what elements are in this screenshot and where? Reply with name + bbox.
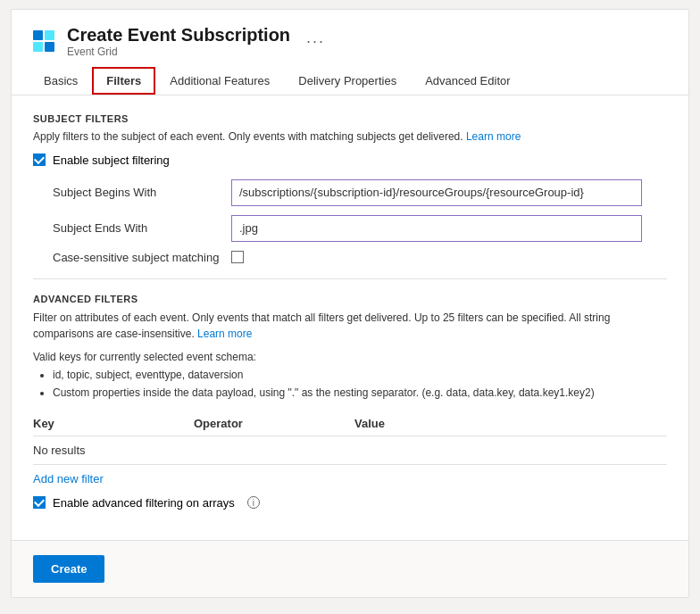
subject-filters-learn-more[interactable]: Learn more <box>466 130 521 143</box>
case-sensitive-row: Case-sensitive subject matching <box>33 251 667 264</box>
tab-advanced-editor[interactable]: Advanced Editor <box>411 67 524 95</box>
page-footer: Create <box>12 540 688 597</box>
header-menu-button[interactable]: ··· <box>306 32 325 51</box>
subject-filters-desc: Apply filters to the subject of each eve… <box>33 129 667 145</box>
page-title: Create Event Subscription <box>67 24 290 46</box>
tab-bar: Basics Filters Additional Features Deliv… <box>29 67 671 95</box>
page-header: Create Event Subscription Event Grid ···… <box>12 10 688 95</box>
subject-filters-section: SUBJECT FILTERS Apply filters to the sub… <box>33 113 667 264</box>
begins-with-label: Subject Begins With <box>53 186 231 199</box>
tab-additional-features[interactable]: Additional Features <box>155 67 284 95</box>
ends-with-row: Subject Ends With <box>33 215 667 242</box>
main-content: SUBJECT FILTERS Apply filters to the sub… <box>12 95 688 540</box>
begins-with-input[interactable] <box>231 179 642 206</box>
section-divider <box>33 278 667 279</box>
svg-rect-0 <box>33 30 43 40</box>
enable-subject-filtering-label: Enable subject filtering <box>53 154 170 167</box>
add-new-filter-link[interactable]: Add new filter <box>33 472 104 485</box>
event-grid-icon <box>29 27 58 55</box>
tab-basics[interactable]: Basics <box>29 67 92 95</box>
valid-keys-item-2: Custom properties inside the data payloa… <box>53 385 667 401</box>
svg-rect-2 <box>33 42 43 52</box>
enable-advanced-filtering-info-icon[interactable]: i <box>247 496 260 509</box>
col-key: Key <box>33 417 194 430</box>
filters-table-header: Key Operator Value <box>33 411 667 436</box>
main-container: Create Event Subscription Event Grid ···… <box>11 9 689 598</box>
enable-advanced-filtering-checkbox[interactable] <box>33 496 46 509</box>
svg-rect-1 <box>45 30 54 40</box>
valid-keys-intro: Valid keys for currently selected event … <box>33 349 667 365</box>
begins-with-row: Subject Begins With <box>33 179 667 206</box>
advanced-filters-learn-more[interactable]: Learn more <box>197 328 252 340</box>
tab-filters[interactable]: Filters <box>92 67 155 95</box>
no-results-message: No results <box>33 444 667 457</box>
ends-with-label: Subject Ends With <box>53 221 231 235</box>
case-sensitive-checkbox[interactable] <box>231 251 244 263</box>
svg-rect-3 <box>45 42 54 52</box>
filters-table-body: No results <box>33 436 667 465</box>
create-button[interactable]: Create <box>33 555 104 583</box>
enable-subject-filtering-checkbox[interactable] <box>33 154 46 166</box>
ends-with-input[interactable] <box>231 215 642 242</box>
advanced-filters-title: ADVANCED FILTERS <box>33 294 667 304</box>
case-sensitive-label: Case-sensitive subject matching <box>53 251 231 264</box>
col-value: Value <box>354 417 667 430</box>
enable-subject-filtering-row: Enable subject filtering <box>33 154 667 167</box>
valid-keys-section: Valid keys for currently selected event … <box>33 349 667 401</box>
subject-filters-title: SUBJECT FILTERS <box>33 113 667 124</box>
header-title-block: Create Event Subscription Event Grid <box>67 24 290 58</box>
header-top: Create Event Subscription Event Grid ··· <box>29 24 671 58</box>
valid-keys-item-1: id, topic, subject, eventtype, dataversi… <box>53 367 667 383</box>
valid-keys-list: id, topic, subject, eventtype, dataversi… <box>33 367 667 401</box>
page-subtitle: Event Grid <box>67 46 290 58</box>
col-operator: Operator <box>194 417 354 430</box>
tab-delivery-properties[interactable]: Delivery Properties <box>284 67 411 95</box>
enable-advanced-filtering-label: Enable advanced filtering on arrays <box>53 496 235 510</box>
enable-advanced-filtering-row: Enable advanced filtering on arrays i <box>33 496 667 510</box>
advanced-filters-desc: Filter on attributes of each event. Only… <box>33 310 667 342</box>
advanced-filters-section: ADVANCED FILTERS Filter on attributes of… <box>33 294 667 510</box>
